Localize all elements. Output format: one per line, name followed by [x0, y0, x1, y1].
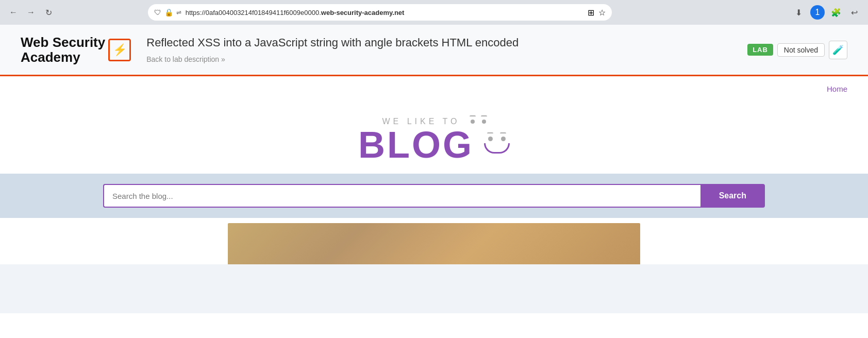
- back-to-lab-link[interactable]: Back to lab description »: [146, 55, 225, 63]
- blog-image-area: [0, 218, 868, 264]
- search-section: Search: [0, 174, 868, 218]
- logo-text: Web Security Academy: [21, 35, 105, 64]
- address-bar[interactable]: 🛡 🔒 ⇌ https://0afa004003214f01849411f600…: [148, 4, 612, 21]
- site-nav: Home: [0, 76, 868, 102]
- forward-button[interactable]: →: [24, 5, 38, 20]
- smiley-eye-right: [501, 137, 506, 141]
- logo-area: Web Security Academy ⚡: [21, 35, 131, 64]
- qr-icon: ⊞: [588, 8, 594, 18]
- lab-badge: LAB: [747, 44, 773, 56]
- face-eyes: [471, 120, 486, 124]
- url-domain: web-security-academy.net: [321, 9, 405, 16]
- smiley-eyes: [488, 137, 506, 141]
- back-link-arrow: »: [221, 55, 225, 63]
- face-eye-right: [482, 120, 486, 124]
- lightning-icon: ⚡: [113, 43, 127, 57]
- search-button[interactable]: Search: [700, 184, 765, 208]
- star-icon[interactable]: ☆: [598, 8, 606, 18]
- smiley-mouth: [484, 143, 510, 154]
- url-display: https://0afa004003214f01849411f6009e0000…: [186, 9, 583, 16]
- logo-line2: Academy: [21, 49, 80, 65]
- blog-hero: WE LIKE TO BLOG: [0, 102, 868, 174]
- smiley-icon: [484, 137, 510, 154]
- lab-title: Reflected XSS into a JavaScript string w…: [146, 36, 732, 50]
- url-prefix: https://0afa004003214f01849411f6009e0000…: [186, 9, 321, 16]
- header-content: Reflected XSS into a JavaScript string w…: [146, 36, 732, 64]
- extensions-button[interactable]: 🧩: [829, 5, 843, 20]
- profile-button[interactable]: ↩: [847, 5, 862, 20]
- flask-icon: 🧪: [832, 44, 844, 56]
- notifications-button[interactable]: 1: [810, 5, 825, 20]
- blog-title: BLOG: [358, 126, 474, 163]
- site-header: Web Security Academy ⚡ Reflected XSS int…: [0, 25, 868, 76]
- face-eye-left: [471, 120, 475, 124]
- back-link-text: Back to lab description: [146, 55, 219, 63]
- browser-chrome: ← → ↻ 🛡 🔒 ⇌ https://0afa004003214f018494…: [0, 0, 868, 25]
- download-button[interactable]: ⬇: [792, 5, 806, 20]
- blog-title-row: BLOG: [358, 126, 510, 163]
- face-graphic: [471, 120, 486, 124]
- reload-button[interactable]: ↻: [41, 5, 56, 20]
- status-badge: Not solved: [777, 43, 825, 57]
- security-icons: 🛡 🔒 ⇌: [154, 8, 181, 16]
- tracking-icon: ⇌: [176, 9, 181, 16]
- logo-line1: Web Security: [21, 35, 105, 50]
- flask-button[interactable]: 🧪: [829, 41, 847, 59]
- lock-icon: 🔒: [164, 8, 173, 16]
- smiley-eye-left: [488, 137, 493, 141]
- search-input[interactable]: [103, 184, 700, 208]
- blog-featured-image: [228, 223, 640, 264]
- home-nav-link[interactable]: Home: [827, 84, 847, 93]
- lab-content: Home WE LIKE TO BLOG: [0, 76, 868, 313]
- shield-icon: 🛡: [154, 8, 161, 16]
- nav-buttons: ← → ↻: [6, 5, 56, 20]
- search-input-wrapper: [103, 184, 700, 208]
- back-button[interactable]: ←: [6, 5, 21, 20]
- lab-status: LAB Not solved 🧪: [747, 41, 847, 59]
- browser-toolbar-right: ⬇ 1 🧩 ↩: [792, 5, 862, 20]
- logo-badge: ⚡: [108, 39, 131, 61]
